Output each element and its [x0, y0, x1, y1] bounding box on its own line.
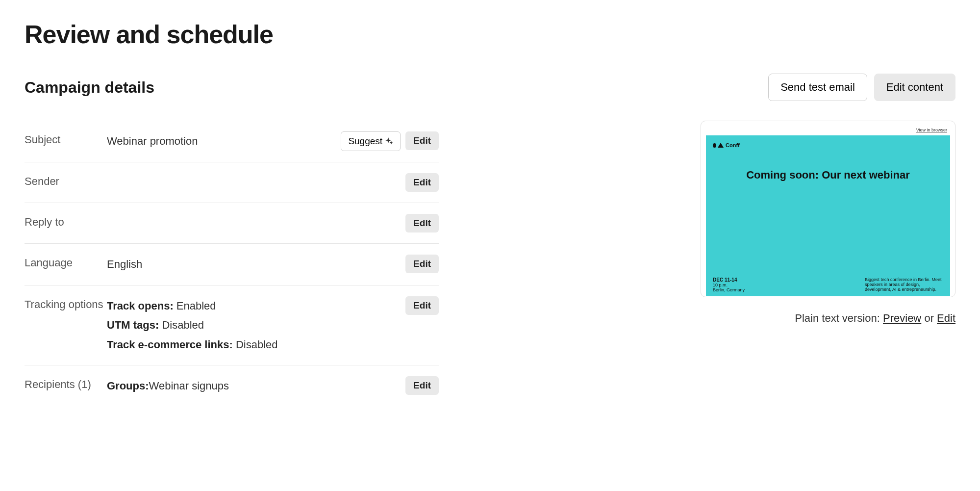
view-in-browser-link: View in browser [916, 128, 947, 132]
language-label: Language [25, 255, 107, 269]
groups-value: Webinar signups [149, 380, 229, 392]
reply-to-label: Reply to [25, 214, 107, 229]
row-subject: Subject Webinar promotion Suggest Edit [25, 121, 439, 162]
preview-blurb: Biggest tech conference in Berlin. Meet … [865, 277, 943, 292]
preview-date-block: DEC 11-14 10 p.m. Berlin, Germany [713, 277, 745, 292]
preview-brand: Conff [713, 142, 943, 148]
edit-sender-button[interactable]: Edit [405, 173, 439, 192]
row-sender: Sender Edit [25, 162, 439, 203]
utm-value: Disabled [162, 319, 204, 331]
edit-reply-to-button[interactable]: Edit [405, 214, 439, 233]
utm-label: UTM tags: [107, 319, 159, 331]
suggest-label: Suggest [348, 136, 382, 147]
track-opens-value: Enabled [176, 300, 216, 312]
tracking-label: Tracking options [25, 296, 107, 311]
language-value: English [107, 255, 405, 274]
sparkle-icon [385, 137, 393, 145]
edit-language-button[interactable]: Edit [405, 255, 439, 273]
subject-label: Subject [25, 131, 107, 146]
plain-text-row: Plain text version: Preview or Edit [701, 312, 955, 325]
details-list: Subject Webinar promotion Suggest Edit S… [25, 121, 439, 407]
edit-subject-button[interactable]: Edit [405, 131, 439, 150]
ecom-value: Disabled [236, 338, 278, 351]
preview-location: Berlin, Germany [713, 287, 745, 292]
plain-text-edit-link[interactable]: Edit [937, 312, 955, 324]
suggest-button[interactable]: Suggest [341, 131, 401, 151]
groups-label: Groups: [107, 380, 149, 392]
brand-name: Conff [726, 142, 740, 148]
plain-text-preview-link[interactable]: Preview [883, 312, 921, 324]
ecom-label: Track e-commerce links: [107, 338, 233, 351]
row-language: Language English Edit [25, 244, 439, 285]
send-test-button[interactable]: Send test email [768, 74, 867, 101]
email-body: Conff Coming soon: Our next webinar DEC … [706, 135, 950, 296]
preview-headline: Coming soon: Our next webinar [713, 168, 943, 183]
row-tracking: Tracking options Track opens: Enabled UT… [25, 285, 439, 366]
section-title: Campaign details [25, 78, 154, 97]
edit-recipients-button[interactable]: Edit [405, 376, 439, 395]
sender-label: Sender [25, 173, 107, 188]
preview-time: 10 p.m. [713, 283, 745, 287]
edit-tracking-button[interactable]: Edit [405, 296, 439, 315]
recipients-value: Groups:Webinar signups [107, 376, 405, 396]
email-preview[interactable]: View in browser Conff Coming soon: Our n… [701, 121, 955, 297]
recipients-label: Recipients (1) [25, 376, 107, 391]
row-reply-to: Reply to Edit [25, 203, 439, 244]
subject-value: Webinar promotion [107, 131, 341, 151]
plain-text-or: or [924, 312, 934, 324]
row-recipients: Recipients (1) Groups:Webinar signups Ed… [25, 365, 439, 407]
plain-text-label: Plain text version: [795, 312, 880, 324]
preview-date: DEC 11-14 [713, 277, 737, 283]
page-title: Review and schedule [25, 20, 955, 49]
track-opens-label: Track opens: [107, 300, 174, 312]
brand-logo-icon [713, 142, 724, 148]
tracking-values: Track opens: Enabled UTM tags: Disabled … [107, 296, 405, 355]
edit-content-button[interactable]: Edit content [874, 74, 955, 101]
